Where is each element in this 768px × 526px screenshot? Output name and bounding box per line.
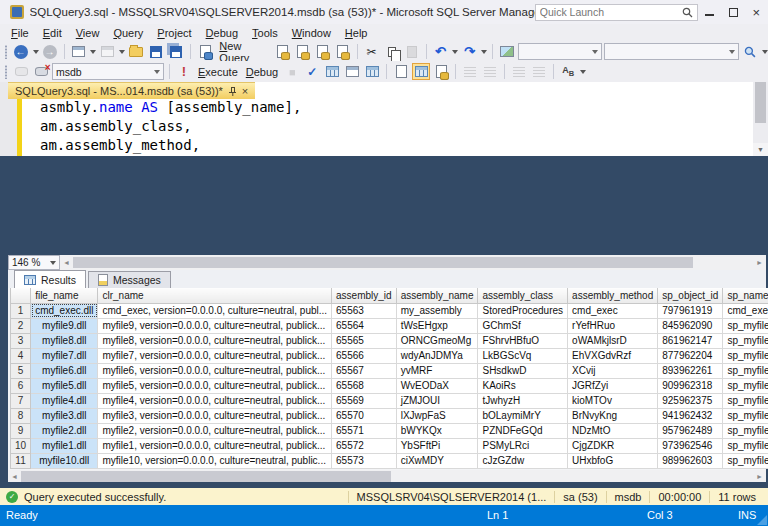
display-estimated-plan-button[interactable] — [323, 63, 341, 80]
grid-cell[interactable]: myfile5.dll — [31, 378, 98, 393]
scroll-left-icon[interactable]: ◄ — [60, 259, 73, 266]
grid-cell[interactable]: sp_myfile9 — [723, 318, 768, 333]
grid-cell[interactable]: myfile9.dll — [31, 318, 98, 333]
grid-cell[interactable]: CjgZDKR — [568, 438, 658, 453]
redo-button[interactable]: ↷ — [460, 43, 478, 60]
grid-cell[interactable]: 845962090 — [658, 318, 723, 333]
scrollbar-thumb[interactable] — [21, 471, 391, 482]
grid-cell[interactable]: bOLaymiMrY — [478, 408, 568, 423]
grid-cell[interactable]: myfile2, version=0.0.0.0, culture=neutra… — [98, 423, 332, 438]
analysis-dmx-query-button[interactable] — [314, 43, 332, 60]
grid-cell[interactable]: sp_myfile5 — [723, 378, 768, 393]
stop-button[interactable]: ■ — [283, 63, 301, 80]
uncomment-button[interactable] — [481, 63, 499, 80]
grid-cell[interactable]: lXJwpFaS — [396, 408, 478, 423]
grid-cell[interactable]: 65568 — [332, 378, 397, 393]
grid-cell[interactable]: kioMTOv — [568, 393, 658, 408]
column-header-assembly_id[interactable]: assembly_id — [332, 288, 397, 303]
scroll-down-icon[interactable]: ▼ — [753, 143, 768, 156]
add-item-button[interactable] — [98, 43, 116, 60]
grid-cell[interactable]: FShrvHBfuO — [478, 333, 568, 348]
grid-cell[interactable]: 65571 — [332, 423, 397, 438]
column-header-clr_name[interactable]: clr_name — [98, 288, 332, 303]
increase-indent-button[interactable] — [530, 63, 548, 80]
grid-cell[interactable]: sp_myfile8 — [723, 333, 768, 348]
cut-button[interactable]: ✂ — [363, 43, 381, 60]
execute-button[interactable]: ! — [175, 63, 193, 80]
maximize-button[interactable] — [721, 0, 744, 24]
grid-cell[interactable]: myfile7.dll — [31, 348, 98, 363]
grid-cell[interactable]: rYefHRuo — [568, 318, 658, 333]
minimize-button[interactable] — [698, 0, 721, 24]
execute-label[interactable]: Execute — [195, 66, 241, 78]
menu-help[interactable]: Help — [338, 25, 375, 41]
grid-cell[interactable]: cmd_exec, version=0.0.0.0, culture=neutr… — [98, 303, 332, 318]
grid-cell[interactable]: WvEODaX — [396, 378, 478, 393]
undo-button[interactable]: ↶ — [431, 43, 449, 60]
change-connection-button[interactable] — [32, 63, 50, 80]
grid-cell[interactable]: NDzMtO — [568, 423, 658, 438]
grid-cell[interactable]: 65570 — [332, 408, 397, 423]
grid-cell[interactable]: ciXwMDY — [396, 453, 478, 468]
grid-cell[interactable]: oWAMkjlsrD — [568, 333, 658, 348]
menu-window[interactable]: Window — [285, 25, 338, 41]
grid-cell[interactable]: 65567 — [332, 363, 397, 378]
column-header-file_name[interactable]: file_name — [31, 288, 98, 303]
row-number[interactable]: 1 — [11, 303, 31, 318]
grid-cell[interactable]: 989962603 — [658, 453, 723, 468]
row-number[interactable]: 5 — [11, 363, 31, 378]
analysis-xmla-query-button[interactable] — [334, 43, 352, 60]
quick-launch-input[interactable] — [540, 6, 682, 18]
grid-cell[interactable]: myfile3, version=0.0.0.0, culture=neutra… — [98, 408, 332, 423]
grid-cell[interactable]: EhVXGdvRzf — [568, 348, 658, 363]
row-number[interactable]: 10 — [11, 438, 31, 453]
grid-cell[interactable]: myfile4.dll — [31, 393, 98, 408]
grid-cell[interactable]: 65564 — [332, 318, 397, 333]
grid-cell[interactable]: XCvij — [568, 363, 658, 378]
grid-horizontal-scrollbar[interactable]: ◄ ► — [8, 470, 766, 482]
toolbar-grip[interactable] — [4, 65, 8, 79]
grid-cell[interactable]: JGRfZyi — [568, 378, 658, 393]
grid-cell[interactable]: sp_myfile10 — [723, 453, 768, 468]
grid-cell[interactable]: SHsdkwD — [478, 363, 568, 378]
toolbar-grip[interactable] — [4, 45, 8, 59]
intellisense-button[interactable] — [363, 63, 381, 80]
grid-cell[interactable]: myfile8.dll — [31, 333, 98, 348]
grid-cell[interactable]: myfile6.dll — [31, 363, 98, 378]
debug-button[interactable]: Debug — [243, 66, 281, 78]
find-button[interactable] — [741, 43, 759, 60]
new-query-label[interactable]: New Query — [216, 40, 271, 64]
row-number[interactable]: 3 — [11, 333, 31, 348]
database-engine-query-button[interactable] — [274, 43, 292, 60]
resize-grip[interactable] — [757, 515, 767, 525]
close-button[interactable]: × — [745, 0, 768, 24]
grid-cell[interactable]: myfile7, version=0.0.0.0, culture=neutra… — [98, 348, 332, 363]
results-to-text-button[interactable] — [392, 63, 410, 80]
comment-button[interactable] — [461, 63, 479, 80]
grid-cell[interactable]: bWYKQx — [396, 423, 478, 438]
grid-cell[interactable]: tWsEHgxp — [396, 318, 478, 333]
grid-cell[interactable]: cmd_exec — [568, 303, 658, 318]
grid-cell[interactable]: GChmSf — [478, 318, 568, 333]
scroll-right-icon[interactable]: ► — [753, 259, 766, 266]
new-project-button[interactable] — [69, 43, 87, 60]
paste-button[interactable] — [403, 43, 421, 60]
grid-cell[interactable]: myfile5, version=0.0.0.0, culture=neutra… — [98, 378, 332, 393]
grid-cell[interactable]: 941962432 — [658, 408, 723, 423]
grid-cell[interactable]: 957962489 — [658, 423, 723, 438]
pin-icon[interactable] — [228, 87, 237, 96]
row-number[interactable]: 9 — [11, 423, 31, 438]
grid-cell[interactable]: BrNvyKng — [568, 408, 658, 423]
grid-cell[interactable]: PSMyLRci — [478, 438, 568, 453]
grid-cell[interactable]: StoredProcedures — [478, 303, 568, 318]
new-project-caret[interactable] — [90, 50, 96, 54]
grid-cell[interactable]: myfile9, version=0.0.0.0, culture=neutra… — [98, 318, 332, 333]
results-to-file-button[interactable] — [432, 63, 450, 80]
grid-cell[interactable]: LkBGScVq — [478, 348, 568, 363]
grid-cell[interactable]: sp_myfile3 — [723, 408, 768, 423]
column-header-assembly_name[interactable]: assembly_name — [396, 288, 478, 303]
toolbar-combo-2[interactable] — [604, 43, 739, 60]
menu-file[interactable]: File — [4, 25, 36, 41]
quick-launch-box[interactable] — [535, 4, 698, 21]
column-header-assembly_method[interactable]: assembly_method — [568, 288, 658, 303]
